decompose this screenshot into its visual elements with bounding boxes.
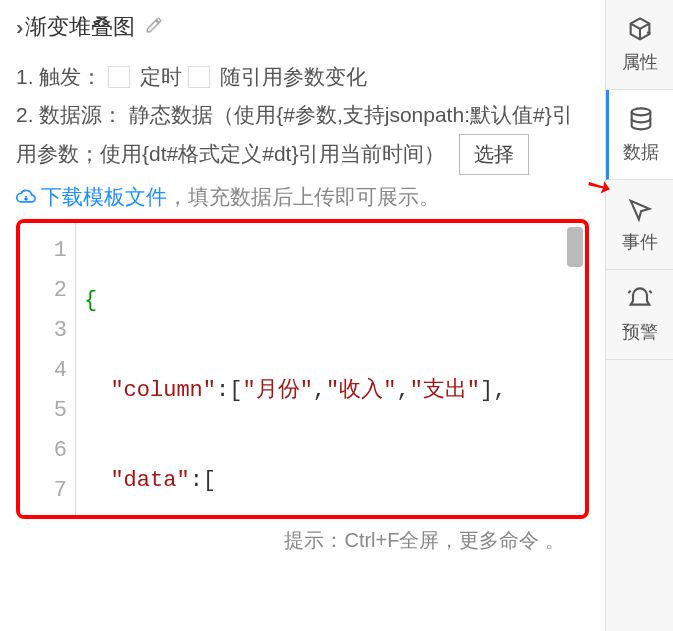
collapse-icon[interactable]: ››: [16, 16, 17, 39]
alarm-icon: [626, 286, 654, 314]
svg-point-0: [632, 108, 651, 115]
tab-alert[interactable]: 预警: [606, 270, 673, 360]
datasource-row: 2. 数据源： 静态数据（使用{#参数,支持jsonpath:默认值#}引用参数…: [16, 96, 589, 175]
code-area[interactable]: { "column":["月份","收入","支出"], "data":[ ["…: [76, 223, 585, 515]
download-row: 下载模板文件，填充数据后上传即可展示。: [16, 183, 589, 211]
line-gutter: 1 2 3 4 5 6 7: [20, 223, 76, 515]
trigger-label: 1. 触发：: [16, 58, 102, 96]
edit-icon[interactable]: [145, 16, 163, 39]
param-label: 随引用参数变化: [220, 58, 367, 96]
timer-label: 定时: [140, 58, 182, 96]
download-link[interactable]: 下载模板文件: [16, 185, 167, 208]
main-panel: ›› 渐变堆叠图 1. 触发： 定时 随引用参数变化 2. 数据源： 静态数据（…: [0, 0, 605, 631]
datasource-label: 2. 数据源：: [16, 103, 123, 126]
cube-icon: [626, 16, 654, 44]
tab-data[interactable]: 数据: [606, 90, 673, 180]
param-checkbox[interactable]: [188, 66, 210, 88]
database-icon: [627, 106, 655, 134]
download-suffix: ，填充数据后上传即可展示。: [167, 185, 440, 208]
page-title: 渐变堆叠图: [25, 12, 135, 42]
cloud-download-icon: [16, 190, 41, 210]
select-button[interactable]: 选择: [459, 134, 529, 175]
right-sidebar: ➘ 属性 数据 事件 预警: [605, 0, 673, 631]
trigger-row: 1. 触发： 定时 随引用参数变化: [16, 58, 589, 96]
timer-checkbox[interactable]: [108, 66, 130, 88]
editor-hint: 提示：Ctrl+F全屏，更多命令 。: [16, 519, 589, 562]
code-editor[interactable]: 1 2 3 4 5 6 7 { "column":["月份","收入","支出"…: [16, 219, 589, 519]
panel-header: ›› 渐变堆叠图: [16, 12, 589, 42]
cursor-icon: [626, 196, 654, 224]
tab-props[interactable]: 属性: [606, 0, 673, 90]
editor-scrollbar[interactable]: [567, 227, 583, 267]
